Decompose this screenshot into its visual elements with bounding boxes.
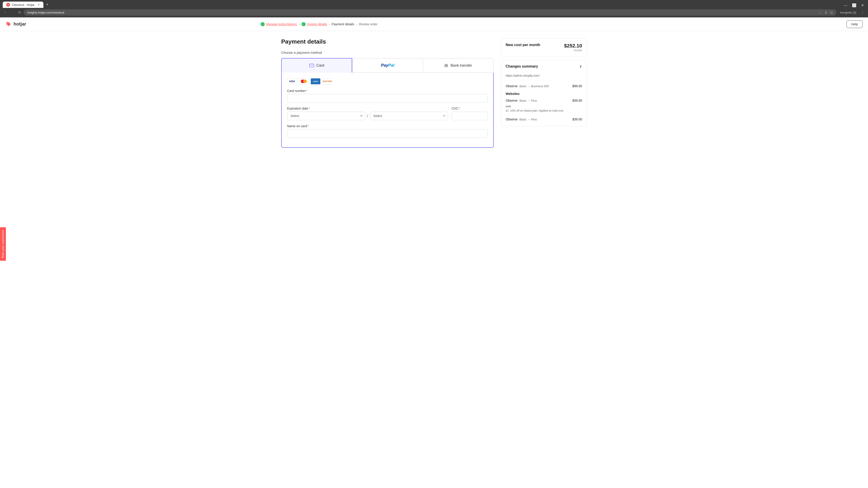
logo[interactable]: hotjar <box>5 21 26 27</box>
plan-2: Basic → Plus <box>520 99 537 102</box>
active-tab[interactable]: H Checkout - Hotjar ✕ <box>3 2 43 8</box>
plan-1: Basic → Business 500 <box>520 85 549 88</box>
breadcrumb-sep-1: › <box>299 22 300 26</box>
changes-url: https://admin.shopify.com/ <box>506 72 582 80</box>
forward-button[interactable]: → <box>10 9 16 15</box>
sidebar-icon[interactable]: ⊟ <box>830 11 833 14</box>
price-3: $39.00 <box>572 118 582 121</box>
card-number-group: Card number* <box>287 89 488 103</box>
check-icon-manage: ✓ <box>260 22 265 26</box>
plan-3: Basic → Plus <box>520 118 537 121</box>
bank-transfer-label: Bank transfer <box>451 64 472 68</box>
service-3: Observe <box>506 118 518 121</box>
paypal-logo: PayPal <box>381 63 394 68</box>
changes-header[interactable]: Changes summary ∨ <box>501 61 587 72</box>
close-window-button[interactable]: ✕ <box>860 3 865 8</box>
discount-text: 10% off on lowest plan. Applied on total… <box>510 109 564 112</box>
address-bar[interactable]: insights.hotjar.com/checkout ☆ ⬇ ⊟ <box>24 9 836 15</box>
payment-methods: Card PayPal Bank transfer <box>281 58 494 73</box>
expiration-label: Expiration date* <box>287 107 448 110</box>
card-label: Card <box>316 64 324 68</box>
refresh-button[interactable]: ↻ <box>17 9 22 15</box>
service-1: Observe <box>506 84 518 88</box>
date-row: Select 010203 040506 070809 101112 / Sel… <box>287 111 448 120</box>
year-select[interactable]: Select 202420252026 202720282029 2030 <box>370 111 448 120</box>
card-payment-button[interactable]: Card <box>281 58 352 73</box>
back-button[interactable]: ← <box>3 9 8 15</box>
name-on-card-label: Name on card* <box>287 124 488 128</box>
breadcrumb: ✓ Manage subscriptions › ✓ Invoice detai… <box>260 22 377 26</box>
app-header: hotjar ✓ Manage subscriptions › ✓ Invoic… <box>0 18 868 31</box>
discover-card-icon: DISCVER <box>322 78 332 85</box>
breadcrumb-item-review: Review order <box>359 22 377 26</box>
card-form: VISA AMEX DISCVER Card number* <box>281 73 494 148</box>
price-1: $99.00 <box>572 84 582 88</box>
cvc-label: CVC* <box>452 107 488 110</box>
name-on-card-group: Name on card* <box>287 124 488 138</box>
breadcrumb-item-invoice[interactable]: ✓ Invoice details <box>302 22 327 26</box>
price-2: $39.00 <box>572 99 582 102</box>
mastercard-icon <box>299 78 309 85</box>
date-separator: / <box>367 113 368 119</box>
card-number-label: Card number* <box>287 89 488 93</box>
right-panel: New cost per month $252.10 /month Change… <box>501 38 587 153</box>
new-tab-button[interactable]: + <box>44 1 51 8</box>
page-title: Payment details <box>281 38 494 45</box>
browser-menu-button[interactable]: ⋮ <box>860 9 865 15</box>
minimize-button[interactable]: — <box>842 3 849 8</box>
discount-row: 🏷 10% off on lowest plan. Applied on tot… <box>506 108 582 113</box>
svg-point-0 <box>8 23 9 25</box>
incognito-label[interactable]: Incognito (3) <box>838 11 858 14</box>
address-bar-row: ← → ↻ insights.hotjar.com/checkout ☆ ⬇ ⊟… <box>0 8 868 18</box>
card-icons-row: VISA AMEX DISCVER <box>287 78 488 85</box>
tab-favicon: H <box>6 3 10 6</box>
name-on-card-input[interactable] <box>287 129 488 138</box>
changes-row-2: Observe Basic → Plus $39.00 <box>506 97 582 104</box>
breadcrumb-label-payment: Payment details <box>332 22 354 26</box>
tab-title: Checkout - Hotjar <box>12 3 35 6</box>
amex-card-icon: AMEX <box>311 78 320 85</box>
bank-transfer-payment-button[interactable]: Bank transfer <box>423 58 494 73</box>
expiration-group: Expiration date* Select 010203 040506 07… <box>287 107 448 120</box>
changes-row-1: Observe Basic → Business 500 $99.00 <box>506 83 582 89</box>
check-icon-invoice: ✓ <box>302 22 306 26</box>
card-icon <box>309 64 314 67</box>
visa-card-icon: VISA <box>287 78 297 85</box>
breadcrumb-label-review: Review order <box>359 22 377 26</box>
breadcrumb-label-manage: Manage subscriptions <box>266 22 297 26</box>
tab-close-icon[interactable]: ✕ <box>37 3 40 6</box>
changes-title: Changes summary <box>506 64 538 68</box>
changes-card: Changes summary ∨ https://admin.shopify.… <box>501 60 587 126</box>
changes-body: https://admin.shopify.com/ Observe Basic… <box>501 72 587 126</box>
bank-icon <box>444 64 448 68</box>
cost-period: /month <box>564 49 582 52</box>
bookmark-icon[interactable]: ☆ <box>819 11 822 14</box>
web-label: web <box>506 105 582 108</box>
breadcrumb-label-invoice: Invoice details <box>307 22 327 26</box>
breadcrumb-item-manage[interactable]: ✓ Manage subscriptions <box>260 22 297 26</box>
help-button[interactable]: Help <box>846 20 863 28</box>
expiration-cvc-row: Expiration date* Select 010203 040506 07… <box>287 107 488 124</box>
left-panel: Payment details Choose a payment method … <box>281 38 494 153</box>
cost-card: New cost per month $252.10 /month <box>501 38 587 57</box>
maximize-button[interactable]: ⬜ <box>850 3 858 8</box>
cvc-group: CVC* <box>452 107 488 120</box>
paypal-payment-button[interactable]: PayPal <box>352 58 423 73</box>
breadcrumb-item-payment: Payment details <box>332 22 354 26</box>
browser-tab-bar: H Checkout - Hotjar ✕ + — ⬜ ✕ <box>0 0 868 8</box>
month-select[interactable]: Select 010203 040506 070809 101112 <box>287 111 365 120</box>
cost-label: New cost per month <box>506 43 540 47</box>
websites-section-title: Websites <box>506 92 582 96</box>
web-sub-item: web 🏷 10% off on lowest plan. Applied on… <box>506 104 582 114</box>
download-icon[interactable]: ⬇ <box>825 11 827 14</box>
card-number-input[interactable] <box>287 94 488 103</box>
url-text: insights.hotjar.com/checkout <box>27 11 64 14</box>
service-2: Observe <box>506 99 518 102</box>
cvc-input[interactable] <box>452 111 488 120</box>
svg-rect-2 <box>309 65 314 66</box>
cost-amount: $252.10 <box>564 43 582 49</box>
chevron-down-icon: ∨ <box>579 64 582 68</box>
breadcrumb-sep-2: › <box>329 22 330 26</box>
logo-text: hotjar <box>13 22 26 27</box>
logo-icon <box>5 21 12 27</box>
